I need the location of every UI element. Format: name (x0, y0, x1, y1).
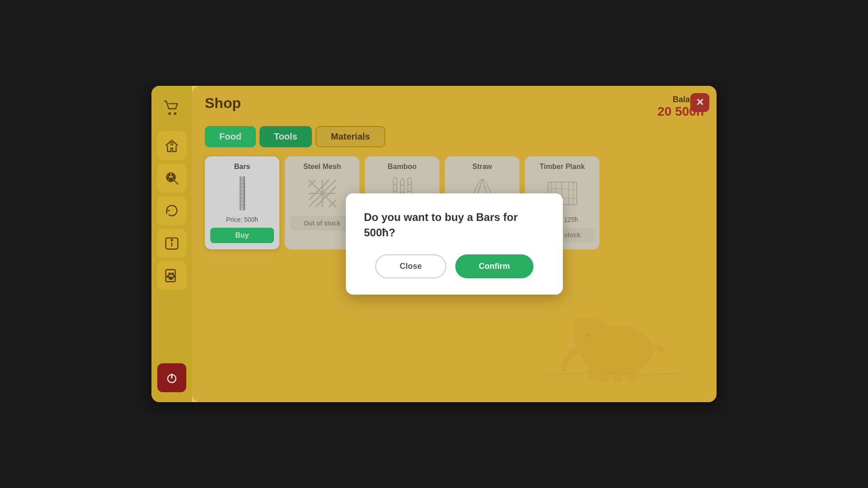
dialog-buttons: Close Confirm (364, 254, 545, 278)
sidebar-item-info[interactable] (157, 229, 186, 258)
svg-line-4 (174, 180, 179, 185)
screen-background: Shop Balance 20 500ħ Food Tools Material… (0, 0, 868, 488)
dialog-overlay: Do you want to buy a Bars for 500ħ? Clos… (192, 86, 717, 402)
power-icon (164, 370, 180, 386)
dialog-text: Do you want to buy a Bars for 500ħ? (364, 210, 545, 240)
svg-point-9 (169, 178, 173, 181)
shop-window: Shop Balance 20 500ħ Food Tools Material… (151, 86, 717, 402)
svg-point-15 (172, 273, 174, 275)
sidebar-item-book[interactable] (157, 261, 186, 290)
svg-point-7 (167, 177, 169, 178)
svg-point-8 (173, 177, 175, 178)
dialog-confirm-button[interactable]: Confirm (455, 254, 533, 278)
svg-point-6 (172, 174, 174, 176)
sidebar-item-home[interactable] (157, 131, 186, 160)
svg-point-2 (170, 142, 173, 145)
info-icon (163, 235, 180, 252)
svg-point-1 (174, 112, 177, 115)
sidebar-cart-icon[interactable] (156, 91, 188, 123)
svg-point-5 (168, 174, 170, 176)
svg-point-16 (167, 276, 169, 277)
sidebar-item-refresh[interactable] (157, 196, 186, 225)
sidebar (151, 86, 192, 402)
svg-point-12 (171, 239, 173, 241)
sidebar-item-search[interactable] (157, 164, 186, 192)
book-paw-icon (163, 267, 180, 284)
cart-icon (163, 99, 180, 116)
power-button[interactable] (157, 363, 186, 392)
dialog-box: Do you want to buy a Bars for 500ħ? Clos… (346, 193, 563, 295)
dialog-close-button[interactable]: Close (375, 254, 446, 278)
svg-point-17 (174, 276, 175, 277)
search-paw-icon (163, 169, 180, 187)
svg-point-18 (169, 277, 173, 279)
svg-point-14 (169, 273, 170, 275)
refresh-icon (163, 202, 180, 219)
svg-point-0 (168, 112, 171, 115)
home-icon (163, 137, 180, 154)
main-content: Shop Balance 20 500ħ Food Tools Material… (192, 86, 717, 402)
